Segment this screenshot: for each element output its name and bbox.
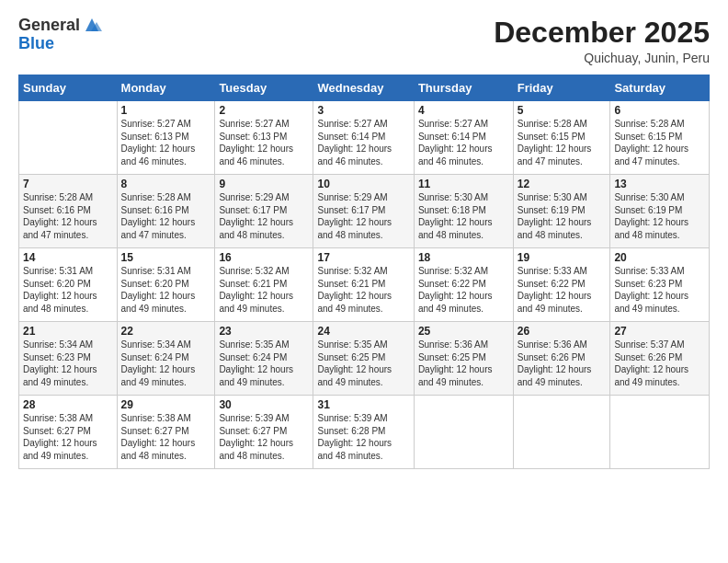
day-number: 18 — [418, 251, 509, 264]
day-number: 7 — [23, 178, 113, 190]
day-info: Sunrise: 5:27 AMSunset: 6:13 PMDaylight:… — [219, 118, 309, 167]
day-info: Sunrise: 5:28 AMSunset: 6:15 PMDaylight:… — [518, 118, 607, 167]
day-cell: 30Sunrise: 5:39 AMSunset: 6:27 PMDayligh… — [215, 396, 313, 469]
header-saturday: Saturday — [610, 75, 710, 101]
day-number: 30 — [219, 398, 309, 411]
day-info: Sunrise: 5:29 AMSunset: 6:17 PMDaylight:… — [219, 191, 309, 241]
day-info: Sunrise: 5:38 AMSunset: 6:27 PMDaylight:… — [23, 412, 113, 462]
day-number: 25 — [418, 325, 509, 338]
day-cell: 7Sunrise: 5:28 AMSunset: 6:16 PMDaylight… — [19, 175, 118, 248]
day-cell — [513, 396, 610, 469]
day-info: Sunrise: 5:29 AMSunset: 6:17 PMDaylight:… — [317, 191, 409, 241]
day-number: 31 — [317, 398, 409, 411]
logo-blue: Blue — [18, 34, 54, 52]
day-info: Sunrise: 5:37 AMSunset: 6:26 PMDaylight:… — [614, 339, 705, 388]
week-row-4: 21Sunrise: 5:34 AMSunset: 6:23 PMDayligh… — [19, 322, 710, 396]
day-info: Sunrise: 5:30 AMSunset: 6:18 PMDaylight:… — [418, 191, 509, 241]
day-number: 19 — [518, 251, 607, 264]
day-cell: 11Sunrise: 5:30 AMSunset: 6:18 PMDayligh… — [414, 175, 513, 248]
day-info: Sunrise: 5:27 AMSunset: 6:14 PMDaylight:… — [418, 118, 509, 167]
header: General Blue December 2025 Quichuay, Jun… — [18, 17, 710, 65]
calendar-header-row: SundayMondayTuesdayWednesdayThursdayFrid… — [19, 75, 710, 101]
day-number: 17 — [317, 251, 409, 264]
day-cell: 25Sunrise: 5:36 AMSunset: 6:25 PMDayligh… — [414, 322, 513, 396]
day-number: 27 — [614, 325, 705, 338]
day-info: Sunrise: 5:38 AMSunset: 6:27 PMDaylight:… — [121, 412, 211, 462]
header-wednesday: Wednesday — [313, 75, 414, 101]
day-number: 6 — [614, 104, 705, 117]
day-number: 5 — [518, 104, 607, 117]
day-info: Sunrise: 5:33 AMSunset: 6:22 PMDaylight:… — [518, 265, 607, 315]
day-cell: 18Sunrise: 5:32 AMSunset: 6:22 PMDayligh… — [414, 248, 513, 322]
day-cell — [19, 101, 118, 175]
header-friday: Friday — [513, 75, 610, 101]
day-number: 4 — [418, 104, 509, 117]
day-info: Sunrise: 5:31 AMSunset: 6:20 PMDaylight:… — [23, 265, 113, 315]
day-number: 15 — [121, 251, 211, 264]
day-cell: 8Sunrise: 5:28 AMSunset: 6:16 PMDaylight… — [117, 175, 215, 248]
day-number: 1 — [121, 104, 211, 117]
page: General Blue December 2025 Quichuay, Jun… — [0, 0, 728, 563]
header-sunday: Sunday — [19, 75, 118, 101]
day-cell: 10Sunrise: 5:29 AMSunset: 6:17 PMDayligh… — [313, 175, 414, 248]
day-cell: 14Sunrise: 5:31 AMSunset: 6:20 PMDayligh… — [19, 248, 118, 322]
week-row-3: 14Sunrise: 5:31 AMSunset: 6:20 PMDayligh… — [19, 248, 710, 322]
calendar: SundayMondayTuesdayWednesdayThursdayFrid… — [18, 75, 710, 469]
day-info: Sunrise: 5:28 AMSunset: 6:16 PMDaylight:… — [23, 191, 113, 241]
day-info: Sunrise: 5:39 AMSunset: 6:28 PMDaylight:… — [317, 412, 409, 462]
day-info: Sunrise: 5:32 AMSunset: 6:22 PMDaylight:… — [418, 265, 509, 315]
title-block: December 2025 Quichuay, Junin, Peru — [494, 17, 710, 65]
day-cell: 17Sunrise: 5:32 AMSunset: 6:21 PMDayligh… — [313, 248, 414, 322]
day-cell: 5Sunrise: 5:28 AMSunset: 6:15 PMDaylight… — [513, 101, 610, 175]
logo-general: General — [18, 17, 80, 35]
day-cell: 2Sunrise: 5:27 AMSunset: 6:13 PMDaylight… — [215, 101, 313, 175]
day-info: Sunrise: 5:27 AMSunset: 6:13 PMDaylight:… — [121, 118, 211, 167]
day-number: 10 — [317, 178, 409, 190]
day-info: Sunrise: 5:36 AMSunset: 6:25 PMDaylight:… — [418, 339, 509, 388]
day-number: 2 — [219, 104, 309, 117]
day-cell: 27Sunrise: 5:37 AMSunset: 6:26 PMDayligh… — [610, 322, 710, 396]
day-info: Sunrise: 5:32 AMSunset: 6:21 PMDaylight:… — [219, 265, 309, 315]
day-cell: 26Sunrise: 5:36 AMSunset: 6:26 PMDayligh… — [513, 322, 610, 396]
day-cell: 29Sunrise: 5:38 AMSunset: 6:27 PMDayligh… — [117, 396, 215, 469]
day-number: 11 — [418, 178, 509, 190]
header-tuesday: Tuesday — [215, 75, 313, 101]
subtitle: Quichuay, Junin, Peru — [494, 51, 710, 65]
day-info: Sunrise: 5:35 AMSunset: 6:24 PMDaylight:… — [219, 339, 309, 388]
day-cell: 12Sunrise: 5:30 AMSunset: 6:19 PMDayligh… — [513, 175, 610, 248]
day-info: Sunrise: 5:30 AMSunset: 6:19 PMDaylight:… — [518, 191, 607, 241]
day-info: Sunrise: 5:28 AMSunset: 6:15 PMDaylight:… — [614, 118, 705, 167]
day-number: 13 — [614, 178, 705, 190]
day-cell: 6Sunrise: 5:28 AMSunset: 6:15 PMDaylight… — [610, 101, 710, 175]
logo-icon — [82, 15, 102, 35]
day-cell: 21Sunrise: 5:34 AMSunset: 6:23 PMDayligh… — [19, 322, 118, 396]
day-number: 20 — [614, 251, 705, 264]
week-row-2: 7Sunrise: 5:28 AMSunset: 6:16 PMDaylight… — [19, 175, 710, 248]
day-number: 24 — [317, 325, 409, 338]
day-info: Sunrise: 5:33 AMSunset: 6:23 PMDaylight:… — [614, 265, 705, 315]
day-info: Sunrise: 5:32 AMSunset: 6:21 PMDaylight:… — [317, 265, 409, 315]
day-cell: 13Sunrise: 5:30 AMSunset: 6:19 PMDayligh… — [610, 175, 710, 248]
day-cell: 20Sunrise: 5:33 AMSunset: 6:23 PMDayligh… — [610, 248, 710, 322]
day-number: 26 — [518, 325, 607, 338]
week-row-5: 28Sunrise: 5:38 AMSunset: 6:27 PMDayligh… — [19, 396, 710, 469]
day-info: Sunrise: 5:31 AMSunset: 6:20 PMDaylight:… — [121, 265, 211, 315]
day-info: Sunrise: 5:30 AMSunset: 6:19 PMDaylight:… — [614, 191, 705, 241]
day-cell: 23Sunrise: 5:35 AMSunset: 6:24 PMDayligh… — [215, 322, 313, 396]
day-info: Sunrise: 5:35 AMSunset: 6:25 PMDaylight:… — [317, 339, 409, 388]
day-info: Sunrise: 5:28 AMSunset: 6:16 PMDaylight:… — [121, 191, 211, 241]
day-cell: 3Sunrise: 5:27 AMSunset: 6:14 PMDaylight… — [313, 101, 414, 175]
day-cell: 9Sunrise: 5:29 AMSunset: 6:17 PMDaylight… — [215, 175, 313, 248]
day-cell: 15Sunrise: 5:31 AMSunset: 6:20 PMDayligh… — [117, 248, 215, 322]
header-monday: Monday — [117, 75, 215, 101]
day-cell — [610, 396, 710, 469]
day-number: 21 — [23, 325, 113, 338]
main-title: December 2025 — [494, 17, 710, 49]
day-cell: 22Sunrise: 5:34 AMSunset: 6:24 PMDayligh… — [117, 322, 215, 396]
day-info: Sunrise: 5:34 AMSunset: 6:23 PMDaylight:… — [23, 339, 113, 388]
day-number: 22 — [121, 325, 211, 338]
day-number: 16 — [219, 251, 309, 264]
day-cell: 4Sunrise: 5:27 AMSunset: 6:14 PMDaylight… — [414, 101, 513, 175]
day-number: 14 — [23, 251, 113, 264]
day-info: Sunrise: 5:39 AMSunset: 6:27 PMDaylight:… — [219, 412, 309, 462]
